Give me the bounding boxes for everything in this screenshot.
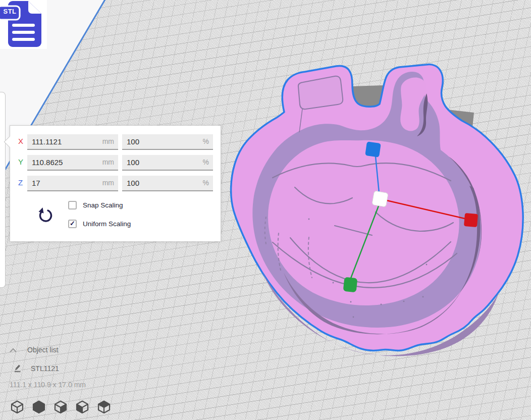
scale-z-percent-field: % (122, 176, 213, 191)
scale-z-percent-input[interactable] (122, 176, 213, 190)
snap-scaling-row: Snap Scaling (10, 201, 221, 211)
object-list-item[interactable]: STL1121 (31, 364, 59, 373)
scale-y-percent-field: % (122, 155, 213, 171)
model-cavity-floor (268, 140, 459, 305)
snap-scaling-label: Snap Scaling (83, 201, 123, 209)
axis-x-label: X (18, 137, 28, 145)
scale-x-percent-field: % (122, 134, 213, 150)
z-scale-handle[interactable] (365, 141, 381, 158)
scale-x-mm-field: mm (27, 134, 118, 150)
scale-y-percent-input[interactable] (122, 155, 213, 170)
axis-z-label: Z (18, 178, 28, 187)
edit-pencil-icon (13, 363, 22, 375)
viewport: STL X mm % Y mm % (0, 0, 531, 420)
center-scale-handle[interactable] (372, 191, 388, 207)
stl-file-icon: STL (0, 0, 47, 49)
scale-y-mm-field: mm (27, 155, 118, 171)
cube-wireframe-icon (10, 400, 24, 414)
scale-tool-panel: X mm % Y mm % Z mm (10, 125, 221, 242)
view-top-button[interactable] (96, 400, 112, 415)
chevron-up-icon (9, 348, 17, 353)
uniform-scaling-row: ✓ Uniform Scaling (10, 220, 221, 230)
object-list-title: Object list (27, 346, 58, 354)
uniform-scaling-checkbox[interactable]: ✓ (68, 220, 77, 228)
scale-z-mm-field: mm (27, 176, 118, 191)
view-right-button[interactable] (53, 400, 68, 415)
cube-right-face-icon (54, 400, 68, 414)
collapsed-left-toolbar (0, 92, 6, 288)
x-scale-handle[interactable] (464, 213, 478, 227)
cube-left-face-icon (75, 400, 89, 414)
snap-scaling-checkbox[interactable] (68, 201, 77, 209)
scale-x-percent-input[interactable] (122, 134, 213, 149)
scale-z-mm-input[interactable] (27, 176, 118, 190)
axis-y-label: Y (18, 158, 28, 166)
view-3d-button[interactable] (10, 400, 25, 415)
view-left-button[interactable] (75, 400, 90, 415)
scale-row-x: X mm % (10, 134, 221, 150)
scale-row-y: Y mm % (10, 155, 221, 171)
scale-y-mm-input[interactable] (27, 155, 118, 170)
stl-badge-label: STL (1, 8, 19, 15)
stem-curl-recess (400, 78, 428, 136)
uniform-check-glyph: ✓ (70, 220, 75, 227)
selected-model-dimensions: 111.1 x 110.9 x 17.0 mm (10, 381, 86, 389)
object-list-collapse-button[interactable] (9, 347, 18, 353)
view-solid-button[interactable] (31, 400, 46, 415)
y-scale-handle[interactable] (343, 277, 358, 293)
cube-top-face-icon (97, 400, 111, 414)
scale-row-z: Z mm % (10, 176, 221, 191)
uniform-scaling-label: Uniform Scaling (83, 220, 131, 228)
cube-solid-icon (32, 400, 46, 414)
scale-x-mm-input[interactable] (27, 134, 118, 149)
camera-view-toolbar (10, 400, 112, 416)
